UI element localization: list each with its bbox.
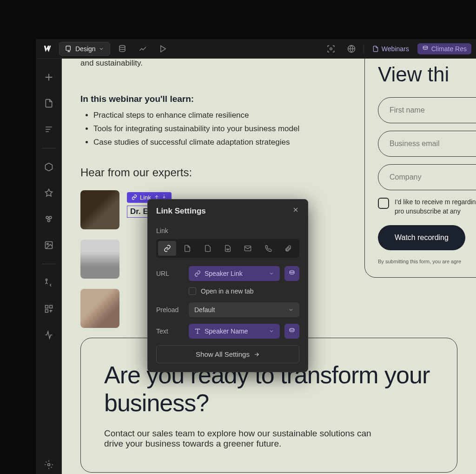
registration-form: View thi I'd like to receive m regarding… [364,59,476,278]
preload-label: Preload [156,306,184,314]
svg-point-15 [163,197,165,198]
svg-point-6 [49,216,51,219]
consent-text: I'd like to receive m regarding their pr… [395,198,476,216]
settings-icon[interactable] [40,455,58,474]
left-sidebar [36,59,62,474]
experts-heading: Hear from our experts: [80,166,359,179]
assets-icon[interactable] [40,236,58,254]
divider [42,148,56,148]
cms-bind-icon[interactable] [284,266,299,281]
design-mode-button[interactable]: Design [59,42,110,56]
analytics-icon[interactable] [134,40,151,57]
learn-list: Practical steps to enhance climate resil… [80,109,359,149]
svg-point-4 [423,46,427,48]
list-item: Case studies of successful climate adapt… [93,136,359,149]
breadcrumb-webinars[interactable]: Webinars [368,43,414,54]
form-title: View thi [378,63,476,86]
watch-recording-button[interactable]: Watch recording [378,225,465,250]
first-name-field[interactable] [378,97,476,123]
topbar: Design Webinars Climate Res [36,39,476,59]
consent-checkbox[interactable] [378,198,389,209]
show-all-settings-button[interactable]: Show All Settings [156,345,299,363]
apps-icon[interactable] [40,300,58,318]
avatar [80,240,119,279]
learn-heading: In this webinar you'll learn: [80,94,359,104]
svg-point-18 [290,328,294,330]
new-tab-checkbox[interactable] [189,287,196,295]
text-label: Text [156,327,184,335]
navigator-icon[interactable] [40,120,58,139]
svg-point-17 [290,271,294,273]
link-type-page[interactable] [178,241,196,256]
url-label: URL [156,270,184,277]
breadcrumb-climate[interactable]: Climate Res [417,43,471,54]
globe-icon[interactable] [343,40,360,57]
svg-point-7 [47,220,50,222]
svg-rect-0 [66,46,70,50]
link-section-label: Link [156,227,299,234]
svg-point-1 [119,45,125,47]
link-type-tabs [156,239,299,258]
svg-rect-11 [45,306,48,308]
variables-icon[interactable] [40,184,58,202]
panel-title: Link Settings [156,207,206,216]
avatar [80,289,119,328]
preload-select[interactable]: Default [189,302,299,317]
svg-point-5 [46,216,48,219]
focus-icon[interactable] [323,40,339,57]
play-icon[interactable] [155,40,172,57]
list-item: Practical steps to enhance climate resil… [93,109,359,122]
svg-point-2 [330,47,332,50]
svg-point-10 [46,279,47,280]
url-field-select[interactable]: Speaker Link [189,266,280,281]
webflow-logo[interactable] [40,41,55,56]
link-type-email[interactable] [239,241,257,256]
text-field-select[interactable]: Speaker Name [189,324,280,339]
audit-icon[interactable] [40,326,58,344]
avatar [80,190,119,229]
svg-point-9 [46,243,48,245]
link-type-phone[interactable] [259,241,277,256]
link-type-section[interactable] [218,241,237,256]
close-icon[interactable] [292,206,299,216]
cms-bind-icon[interactable] [284,324,299,339]
link-type-url[interactable] [158,241,176,256]
form-disclaimer: By submitting this form, you are agre [378,259,476,264]
components-icon[interactable] [40,158,58,176]
link-type-file[interactable] [198,241,217,256]
email-field[interactable] [378,131,476,157]
list-item: Tools for integrating sustainability int… [93,122,359,136]
svg-rect-13 [45,310,48,313]
pages-icon[interactable] [40,94,58,113]
database-icon[interactable] [114,40,131,57]
cms-icon[interactable] [40,274,58,292]
link-type-attachment[interactable] [279,241,298,256]
cta-text: Contact our sales team to explore how ou… [104,428,374,449]
add-icon[interactable] [40,68,58,87]
svg-rect-12 [49,306,52,308]
company-field[interactable] [378,164,476,190]
svg-point-14 [47,464,50,466]
design-label: Design [75,45,96,53]
divider [42,264,56,264]
styles-icon[interactable] [40,210,58,228]
link-settings-panel: Link Settings Link URL Speaker Link [147,199,308,372]
new-tab-label: Open in a new tab [201,287,254,295]
divider [364,44,364,53]
